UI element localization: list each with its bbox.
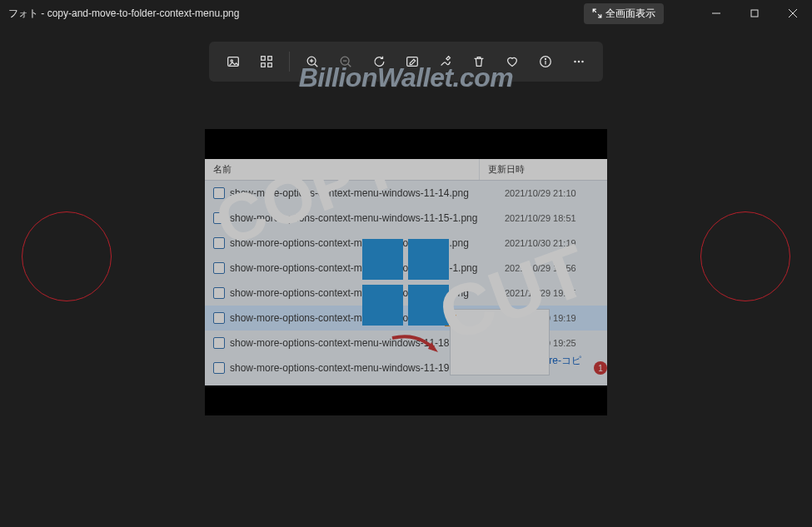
prev-nav-highlight[interactable]: [22, 211, 112, 301]
svg-point-20: [545, 58, 545, 59]
column-date: 更新日時: [480, 159, 607, 180]
explorer-header: 名前 更新日時: [205, 159, 607, 181]
svg-point-22: [578, 61, 580, 63]
windows-logo: [362, 239, 449, 326]
maximize-icon: [750, 9, 759, 17]
filmstrip-button[interactable]: [217, 47, 249, 77]
file-icon: [213, 212, 225, 224]
filmstrip-icon: [226, 54, 241, 69]
rotate-button[interactable]: [363, 47, 395, 77]
zoom-in-icon: [305, 54, 320, 69]
svg-rect-6: [262, 57, 266, 61]
table-row: show-more-options-context-menu-windows-1…: [205, 181, 607, 206]
svg-point-23: [581, 61, 584, 63]
expand-icon: [592, 8, 602, 18]
maximize-button[interactable]: [735, 0, 774, 27]
favorite-button[interactable]: [496, 47, 528, 77]
delete-icon: [471, 54, 486, 69]
file-icon: [213, 187, 225, 199]
svg-rect-9: [268, 63, 272, 67]
svg-rect-17: [407, 57, 418, 67]
info-button[interactable]: [530, 47, 561, 77]
column-name: 名前: [205, 159, 480, 180]
drag-preview-box: [450, 309, 550, 375]
zoom-out-icon: [338, 54, 353, 69]
svg-line-15: [348, 64, 351, 67]
letterbox-bottom: [205, 385, 607, 415]
file-icon: [213, 337, 225, 349]
close-button[interactable]: [774, 0, 812, 27]
toolbar-separator: [289, 52, 290, 72]
titlebar: フォト - copy-and-move-to-folder-context-me…: [0, 0, 812, 27]
minimize-icon: [712, 9, 720, 17]
toolbar-container: [0, 42, 812, 82]
svg-rect-7: [268, 57, 272, 61]
letterbox-top: [205, 129, 607, 159]
image-canvas: 名前 更新日時 show-more-options-context-menu-w…: [205, 129, 607, 415]
svg-line-11: [315, 64, 318, 67]
zoom-in-button[interactable]: [296, 47, 328, 77]
delete-button[interactable]: [463, 47, 495, 77]
toolbar: [209, 42, 603, 82]
titlebar-right: 全画面表示: [584, 0, 812, 27]
fullscreen-button[interactable]: 全画面表示: [584, 3, 664, 24]
more-icon: [571, 54, 586, 69]
file-icon: [213, 312, 225, 324]
zoom-out-button[interactable]: [330, 47, 361, 77]
svg-rect-8: [262, 63, 266, 67]
minimize-button[interactable]: [697, 0, 735, 27]
embedded-explorer: 名前 更新日時 show-more-options-context-menu-w…: [205, 159, 607, 385]
next-nav-highlight[interactable]: [700, 211, 790, 301]
file-icon: [213, 262, 225, 274]
file-icon: [213, 287, 225, 299]
table-row: show-more-options-context-menu-windows-1…: [205, 206, 607, 231]
window-title: フォト - copy-and-move-to-folder-context-me…: [8, 7, 584, 21]
draw-icon: [438, 54, 453, 69]
more-button[interactable]: [563, 47, 595, 77]
apps-icon: [259, 54, 274, 69]
file-icon: [213, 362, 225, 374]
rotate-icon: [371, 54, 386, 69]
red-arrow: [388, 334, 446, 364]
svg-point-21: [574, 61, 576, 63]
apps-button[interactable]: [251, 47, 282, 77]
file-name: copy-and-move-to-folder-context-menu.png: [47, 7, 240, 19]
badge-1: 1: [594, 361, 607, 375]
close-icon: [789, 9, 797, 17]
app-name: フォト: [8, 7, 38, 19]
edit-icon: [405, 54, 420, 69]
svg-rect-1: [751, 10, 758, 17]
svg-point-5: [231, 60, 232, 62]
fullscreen-label: 全画面表示: [605, 7, 655, 21]
favorite-icon: [505, 54, 520, 69]
file-icon: [213, 237, 225, 249]
info-icon: [538, 54, 553, 69]
draw-button[interactable]: [430, 47, 461, 77]
edit-button[interactable]: [396, 47, 428, 77]
